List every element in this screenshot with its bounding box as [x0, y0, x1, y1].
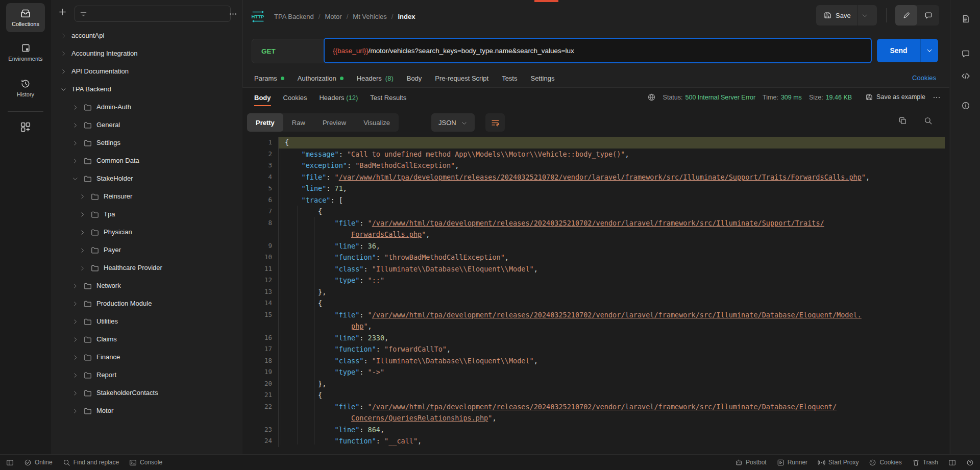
- code-token: ": [363, 322, 368, 330]
- sidebar-item-motor[interactable]: Motor: [51, 402, 242, 419]
- response-tab-cookies[interactable]: Cookies: [283, 94, 307, 106]
- statusbar-trash[interactable]: Trash: [912, 459, 938, 466]
- copy-icon[interactable]: [898, 116, 907, 125]
- sidebar-item-payer[interactable]: Payer: [51, 241, 242, 259]
- right-rail-info-button[interactable]: [961, 101, 970, 110]
- code-icon: [961, 71, 970, 81]
- copy-icon[interactable]: [898, 116, 907, 125]
- rename-button[interactable]: [895, 5, 917, 26]
- code-line: 14{: [242, 298, 945, 309]
- sidebar-item-general[interactable]: General: [51, 116, 242, 134]
- tab-headers[interactable]: Headers(8): [357, 75, 394, 82]
- statusbar-label: Runner: [788, 459, 807, 466]
- right-rail-doc-button[interactable]: [961, 14, 970, 23]
- sidebar-filter-input[interactable]: [75, 6, 231, 22]
- sidebar-item-claims[interactable]: Claims: [51, 330, 242, 348]
- response-tab-test-results[interactable]: Test Results: [370, 94, 406, 106]
- tab-pre-request-script[interactable]: Pre-request Script: [435, 75, 488, 82]
- view-tab-raw[interactable]: Raw: [283, 113, 314, 132]
- new-collection-button[interactable]: [58, 8, 67, 16]
- response-tab-headers[interactable]: Headers (12): [319, 94, 358, 106]
- sidebar-item-finance[interactable]: Finance: [51, 348, 242, 366]
- tab-settings[interactable]: Settings: [530, 75, 554, 82]
- sidebar-item-admin-auth[interactable]: Admin-Auth: [51, 98, 242, 116]
- save-button[interactable]: Save: [816, 5, 877, 26]
- wrap-line-toggle[interactable]: [485, 113, 505, 132]
- sidebar-item-network[interactable]: Network: [51, 277, 242, 294]
- sidebar-more-button[interactable]: [229, 10, 237, 18]
- more-icon[interactable]: [933, 93, 941, 102]
- sidebar-item-report[interactable]: Report: [51, 366, 242, 384]
- save-as-example-button[interactable]: Save as example: [865, 93, 925, 101]
- rail-item-collections[interactable]: Collections: [6, 3, 45, 32]
- sidebar-item-healthcare-provider[interactable]: Healthcare Provider: [51, 259, 242, 277]
- statusbar-sidebar-toggle[interactable]: [6, 459, 14, 466]
- breadcrumb-item[interactable]: TPA Backend: [274, 13, 314, 20]
- save-dropdown-button[interactable]: [857, 5, 873, 26]
- sidebar-item-physician[interactable]: Physician: [51, 223, 242, 241]
- tab-label: Pre-request Script: [435, 75, 488, 82]
- sidebar-item-stakeholder[interactable]: StakeHolder: [51, 169, 242, 187]
- code-text: "class": "Illuminate\\Database\\Eloquent…: [278, 263, 945, 275]
- view-tab-preview[interactable]: Preview: [314, 113, 355, 132]
- breadcrumb-item[interactable]: Motor: [325, 13, 341, 20]
- send-dropdown-button[interactable]: [920, 39, 938, 62]
- sidebar-item-utilities[interactable]: Utilities: [51, 312, 242, 330]
- statusbar-help[interactable]: [966, 459, 974, 466]
- rail-item-history[interactable]: History: [17, 79, 34, 97]
- right-icon-rail: [950, 0, 980, 454]
- rail-item-environments[interactable]: Environments: [8, 43, 42, 62]
- rail-item-create[interactable]: [20, 121, 31, 133]
- search-icon[interactable]: [924, 116, 933, 125]
- view-tab-label: Preview: [323, 119, 346, 127]
- code-token: : [: [330, 196, 342, 204]
- sidebar-item-accountapi[interactable]: accountApi: [51, 27, 242, 44]
- comment-button[interactable]: [917, 5, 939, 26]
- statusbar-console[interactable]: Console: [129, 459, 162, 466]
- statusbar-postbot[interactable]: Postbot: [735, 459, 767, 466]
- statusbar-start-proxy[interactable]: Start Proxy: [818, 459, 859, 466]
- right-rail-comment-button[interactable]: [961, 49, 970, 58]
- statusbar-cookies[interactable]: Cookies: [869, 459, 901, 466]
- breadcrumb-item[interactable]: Mt Vehicles: [353, 13, 386, 20]
- sidebar-item-api-documentation[interactable]: API Documentation: [51, 62, 242, 80]
- sidebar-item-tpa-backend[interactable]: TPA Backend: [51, 80, 242, 98]
- url-input[interactable]: {{base_url}}/motor/vehicles?search_keys=…: [324, 38, 872, 63]
- response-more-button[interactable]: [933, 93, 941, 102]
- tab-tests[interactable]: Tests: [502, 75, 517, 82]
- statusbar-split[interactable]: [948, 459, 956, 466]
- sidebar-item-production-module[interactable]: Production Module: [51, 294, 242, 312]
- statusbar-find-and-replace[interactable]: Find and replace: [63, 459, 119, 466]
- globe-icon[interactable]: [647, 93, 656, 102]
- chevron-right-icon: [72, 122, 79, 129]
- pencil-icon: [902, 11, 911, 19]
- tab-params[interactable]: Params: [254, 75, 284, 82]
- wrap-text-icon[interactable]: [491, 118, 500, 127]
- sidebar-item-tpa[interactable]: Tpa: [51, 205, 242, 223]
- statusbar-runner[interactable]: Runner: [777, 459, 807, 466]
- view-tab-pretty[interactable]: Pretty: [247, 113, 283, 132]
- tab-body[interactable]: Body: [407, 75, 422, 82]
- sidebar-item-common-data[interactable]: Common Data: [51, 152, 242, 169]
- sidebar-item-accounting-integration[interactable]: Accounting Integration: [51, 44, 242, 62]
- view-tab-visualize[interactable]: Visualize: [355, 113, 399, 132]
- right-rail-code-button[interactable]: [961, 71, 970, 81]
- sidebar-item-stakeholdercontacts[interactable]: StakeholderContacts: [51, 384, 242, 402]
- cookies-link[interactable]: Cookies: [912, 74, 936, 82]
- response-tab-body[interactable]: Body: [254, 94, 271, 106]
- proxy-icon: [818, 459, 825, 466]
- language-select[interactable]: JSON: [431, 113, 475, 132]
- code-token: :: [326, 184, 334, 192]
- sidebar-item-reinsurer[interactable]: Reinsurer: [51, 187, 242, 205]
- view-tab-label: Raw: [292, 119, 305, 127]
- header-separator: [886, 8, 887, 22]
- tab-authorization[interactable]: Authorization: [298, 75, 344, 82]
- send-button[interactable]: Send: [877, 39, 938, 62]
- search-icon[interactable]: [924, 116, 933, 125]
- folder-icon: [84, 157, 92, 165]
- globe-icon[interactable]: [647, 93, 656, 102]
- code-token: "line": [335, 242, 360, 250]
- sidebar-item-settings[interactable]: Settings: [51, 134, 242, 152]
- folder-icon: [84, 353, 92, 361]
- statusbar-online[interactable]: Online: [24, 459, 53, 466]
